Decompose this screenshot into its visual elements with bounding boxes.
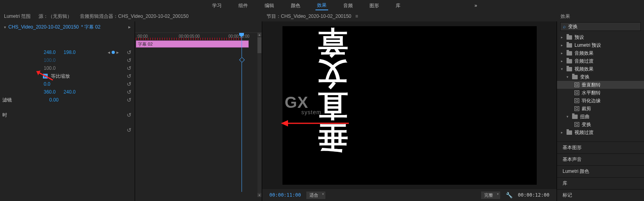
accordion-markers[interactable]: 标记 (557, 189, 644, 201)
tree-vertical-flip[interactable]: 垂直翻转 (557, 81, 644, 89)
position-x[interactable]: 248.0 (44, 50, 56, 55)
watermark: GX system (285, 94, 321, 115)
effect-icon (574, 122, 579, 127)
tree-audio-transitions[interactable]: ▸音频过渡 (557, 57, 644, 65)
reset-icon[interactable]: ↺ (127, 89, 132, 95)
effects-search[interactable]: ⌕ (560, 22, 641, 31)
position-y[interactable]: 198.0 (64, 50, 75, 55)
accordion-essential-sound[interactable]: 基本声音 (557, 153, 644, 165)
settings-icon[interactable]: 🔧 (506, 192, 512, 198)
menu-library[interactable]: 库 (394, 2, 402, 10)
effects-panel-title[interactable]: 效果 (557, 11, 644, 21)
tree-audio-effects[interactable]: ▸音频效果 (557, 49, 644, 57)
keyframe-nav[interactable]: ◂ ▸ (108, 50, 119, 55)
folder-icon (572, 115, 578, 119)
anchor-row: 360.0 240.0 ↺ (0, 88, 135, 96)
reset-icon[interactable]: ↺ (127, 73, 132, 79)
anchor-y[interactable]: 240.0 (64, 89, 75, 95)
mini-scrollbar[interactable]: ▴ ▾ (257, 33, 261, 197)
chevron-down-icon: ▾ (4, 25, 6, 29)
folder-icon (567, 43, 572, 48)
search-input[interactable] (568, 24, 638, 29)
rotation-row: 0.0 ↺ (0, 80, 135, 88)
time-label-row: 时 ↺ (0, 111, 135, 119)
scroll-thumb[interactable] (257, 37, 261, 53)
menu-color[interactable]: 颜色 (289, 2, 302, 10)
zoom-fit-select[interactable]: 适合 (306, 191, 325, 199)
folder-icon (567, 130, 572, 135)
keyframe-marker[interactable] (239, 57, 245, 63)
reset-icon[interactable]: ↺ (127, 49, 132, 56)
duration-timecode: 00:00:12:00 (518, 192, 549, 198)
keyframe-toggle-icon[interactable] (112, 51, 115, 54)
uniform-scale-checkbox[interactable]: ✓ (43, 74, 48, 78)
menu-learn[interactable]: 学习 (211, 2, 223, 10)
quality-select[interactable]: 完整 (481, 191, 500, 199)
accordion-lumetri-color[interactable]: Lumetri 颜色 (557, 165, 644, 177)
program-panel-title[interactable]: 节目： CHS_Video_2020-10-02_200150 ≡ (263, 11, 557, 21)
tree-crop[interactable]: 裁剪 (557, 105, 644, 113)
current-timecode[interactable]: 00:00:11:00 (269, 192, 301, 198)
tab-lumetri-scope[interactable]: Lumetri 范围 (0, 11, 35, 21)
effect-icon (574, 82, 579, 87)
uniform-scale-row: ✓ 等比缩放 ↺ (0, 72, 135, 80)
filter-label: 滤镜 (2, 97, 12, 103)
effect-icon (574, 98, 579, 103)
scroll-up-icon[interactable]: ▴ (257, 33, 261, 36)
effect-icon (574, 106, 579, 111)
tree-video-transitions[interactable]: ▸视频过渡 (557, 128, 644, 136)
reset-icon[interactable]: ↺ (127, 81, 132, 87)
scale-row: 100.0 ↺ (0, 56, 135, 64)
filter-label-row: 滤镜 0.00 ↺ (0, 96, 135, 104)
tab-audio-mixer[interactable]: 音频剪辑混合器： CHS_Video_2020-10-02_200150 (76, 11, 192, 21)
effect-controls-panel: ▾ CHS_Video_2020-10-02_200150 * 字幕 02 ▸ … (0, 21, 135, 201)
audio-mixer-prefix: 音频剪辑混合器： (80, 13, 118, 20)
folder-icon (567, 67, 572, 71)
program-canvas[interactable]: 章 文 直 垂 GX system (282, 26, 537, 185)
source-value: （无剪辑） (48, 13, 72, 20)
tree-presets[interactable]: ▸预设 (557, 33, 644, 41)
reset-icon[interactable]: ↺ (127, 57, 132, 63)
workspace-menubar: 学习 组件 编辑 颜色 效果 音频 图形 库 » (0, 0, 644, 11)
anchor-x[interactable]: 360.0 (44, 89, 56, 95)
tree-horizontal-flip[interactable]: 水平翻转 (557, 89, 644, 97)
canvas-text: 章 文 直 垂 (317, 26, 349, 153)
reset-icon[interactable]: ↺ (127, 97, 132, 103)
scale-value[interactable]: 100.0 (44, 57, 56, 63)
program-title-prefix: 节目： (267, 13, 281, 20)
folder-icon (567, 35, 572, 40)
audio-mixer-value: CHS_Video_2020-10-02_200150 (118, 13, 188, 19)
time-label: 时 (2, 112, 7, 119)
menu-effects[interactable]: 效果 (315, 1, 328, 10)
scale-width-value: 100.0 (44, 65, 56, 71)
program-footer: 00:00:11:00 适合 完整 🔧 00:00:12:00 (262, 189, 557, 201)
effect-controls-title[interactable]: ▾ CHS_Video_2020-10-02_200150 * 字幕 02 ▸ (0, 21, 135, 33)
reset-icon[interactable]: ↺ (127, 65, 132, 71)
accordion-library[interactable]: 库 (557, 177, 644, 189)
menu-overflow-icon[interactable]: » (474, 3, 477, 8)
menu-graphics[interactable]: 图形 (368, 2, 381, 10)
panel-tabstrip: Lumetri 范围 源： （无剪辑） 音频剪辑混合器： CHS_Video_2… (0, 11, 644, 21)
extra-row: ↺ (0, 126, 135, 134)
reset-icon[interactable]: ↺ (127, 112, 132, 118)
tree-lumetri-presets[interactable]: ▸Lumetri 预设 (557, 41, 644, 49)
rotation-value[interactable]: 0.0 (44, 81, 50, 87)
opacity-value[interactable]: 0.00 (49, 97, 58, 103)
tree-distort-folder[interactable]: ▾扭曲 (557, 113, 644, 121)
menu-audio[interactable]: 音频 (342, 2, 354, 10)
tree-transform-folder[interactable]: ▾变换 (557, 73, 644, 81)
tree-feather-edges[interactable]: 羽化边缘 (557, 97, 644, 105)
tab-source[interactable]: 源： （无剪辑） (35, 11, 76, 21)
search-icon: ⌕ (563, 24, 566, 29)
menu-assembly[interactable]: 组件 (237, 2, 249, 10)
timeline-clip[interactable]: 字幕 02 (136, 40, 249, 48)
scroll-down-icon[interactable]: ▾ (257, 193, 261, 197)
play-icon[interactable]: ▸ (128, 24, 131, 30)
program-menu-icon[interactable]: ≡ (355, 13, 358, 19)
tree-transform-fx[interactable]: 变换 (557, 121, 644, 128)
accordion-essential-graphics[interactable]: 基本图形 (557, 142, 644, 153)
menu-edit[interactable]: 编辑 (263, 2, 276, 10)
subclip-name: * 字幕 02 (81, 24, 101, 31)
reset-icon[interactable]: ↺ (127, 127, 132, 133)
tree-video-effects[interactable]: ▾视频效果 (557, 65, 644, 73)
